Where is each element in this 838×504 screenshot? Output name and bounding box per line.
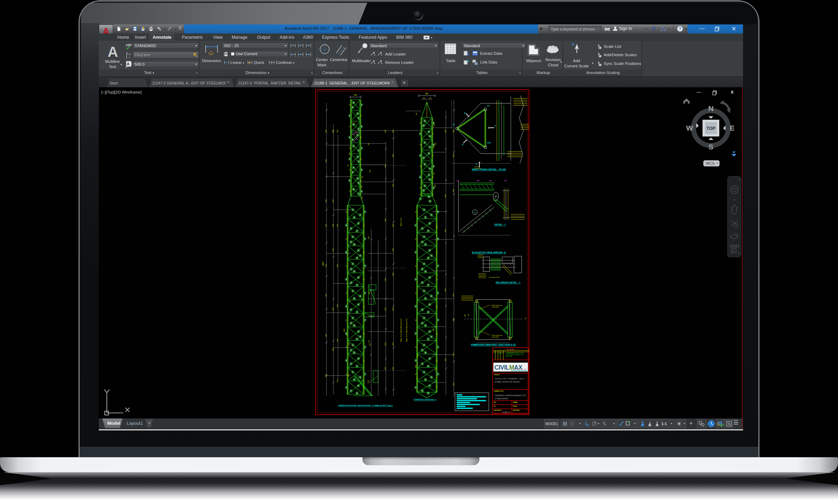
svg-text:38: 38 [415,347,417,348]
svg-text:3960: 3960 [367,380,369,383]
svg-text:2000: 2000 [325,334,327,337]
svg-text:2000: 2000 [337,339,338,342]
svg-text:2000: 2000 [337,304,338,307]
svg-text:+: + [572,42,574,47]
svg-text:HS: HS [494,406,495,407]
svg-text:Width. To 5S: Width. To 5S [400,218,402,226]
svg-text:38: 38 [432,177,434,178]
svg-text:300: 300 [361,176,363,178]
svg-text:2000: 2000 [453,294,454,297]
svg-text:150: 150 [524,317,526,320]
svg-text:A1: A1 [474,212,476,214]
svg-text:2000: 2000 [392,307,394,311]
svg-text:2000: 2000 [325,199,327,203]
svg-text:NO: NO [494,353,496,354]
svg-text:38: 38 [363,252,365,253]
svg-text:38: 38 [436,333,438,334]
svg-text:300: 300 [361,298,363,301]
svg-text:38: 38 [420,194,421,195]
svg-text:CHECKED BY: CHECKED BY [494,410,502,411]
svg-text:EMBEDDED BRACKET (SECTION X-X): EMBEDDED BRACKET (SECTION X-X) [471,343,516,346]
svg-text:38: 38 [363,279,365,280]
svg-text:2000: 2000 [444,129,446,133]
svg-text:500: 500 [464,314,466,317]
svg-text:2000: 2000 [325,224,327,227]
svg-text:CIVILMAX: CIVILMAX [494,364,522,371]
svg-text:2000: 2000 [348,342,350,346]
svg-text:38: 38 [363,306,365,307]
svg-text:3960: 3960 [436,226,438,229]
svg-text:38: 38 [432,133,434,135]
svg-text:38: 38 [363,225,365,226]
svg-text:38: 38 [363,360,365,362]
svg-text:38: 38 [436,225,438,226]
svg-text:A: A [128,52,131,56]
svg-text:38: 38 [360,180,362,181]
svg-text:2000: 2000 [453,353,454,356]
svg-text:38: 38 [415,373,417,375]
svg-text:300: 300 [433,172,435,175]
svg-text:2000: 2000 [332,307,334,311]
svg-text:C2X: C2X [487,142,491,144]
svg-text:170: 170 [423,97,425,99]
svg-text:2000: 2000 [444,229,446,232]
svg-text:?: ? [679,27,681,31]
svg-text:38: 38 [432,155,434,156]
svg-text:38: 38 [346,292,347,294]
svg-text:2000: 2000 [368,236,369,239]
svg-text:D: D [464,112,465,114]
svg-text:APPROVAL.: APPROVAL. [506,356,513,357]
svg-text:TOP: TOP [706,126,715,131]
svg-text:2000: 2000 [325,374,327,377]
svg-text:ENGINEERS KNOWLEDGE BASE: ENGINEERS KNOWLEDGE BASE [513,369,527,370]
svg-text:900: 900 [354,94,357,96]
svg-text:2000: 2000 [444,358,446,362]
svg-text:2000: 2000 [325,159,327,163]
svg-text:2000: 2000 [392,184,394,187]
svg-text:2000: 2000 [384,164,386,168]
svg-text:600: 600 [435,142,436,145]
svg-text:38: 38 [415,211,417,213]
svg-text:APPROVED: APPROVED [513,410,520,411]
svg-text:2000: 2000 [332,248,334,252]
svg-text:38: 38 [349,191,351,192]
svg-text:2000: 2000 [444,194,446,198]
svg-text:38: 38 [346,265,347,267]
svg-text:300: 300 [416,112,417,115]
svg-text:ABC: ABC [126,43,132,47]
svg-text:TOWER ELEVATION -C: TOWER ELEVATION -C [413,399,436,401]
svg-text:2000: 2000 [337,264,338,267]
svg-text:N: N [708,104,713,112]
svg-text:170: 170 [429,97,432,99]
svg-text:BY: BY [501,353,503,354]
svg-text:38: 38 [360,115,362,117]
svg-text:38: 38 [360,158,362,160]
svg-text:2000: 2000 [337,224,338,227]
svg-text:✕: ✕ [738,178,741,181]
svg-text:ENLARGED DETAIL - 1: ENLARGED DETAIL - 1 [496,281,521,284]
svg-text:TOWER ELEVATION -B(ELEVATION -: TOWER ELEVATION -B(ELEVATION - D SIMILAR… [338,405,393,407]
svg-text:C: C [495,125,497,127]
svg-text:REVISIONS: REVISIONS [507,349,514,350]
svg-text:38: 38 [420,123,421,124]
svg-text:SCALE: SCALE [513,406,517,407]
svg-text:2000: 2000 [453,129,454,133]
svg-text:2000: 2000 [453,189,454,192]
svg-text:38: 38 [349,148,351,149]
svg-text:2000: 2000 [368,291,370,295]
svg-text:38: 38 [420,166,421,167]
svg-text:2000: 2000 [453,154,454,157]
svg-text:A: A [128,56,131,59]
svg-text:REVISED AND REISSUED FOR: REVISED AND REISSUED FOR [506,354,524,356]
svg-text:C2: C2 [487,105,490,107]
svg-text:2000: 2000 [332,224,334,227]
svg-text:A: A [127,62,130,66]
svg-text:600: 600 [349,300,351,302]
svg-text:4 bolts M20: 4 bolts M20 [492,306,499,308]
svg-text:2000: 2000 [337,129,338,133]
svg-text:2000: 2000 [332,129,334,133]
svg-text:38: 38 [349,104,351,106]
svg-text:38: 38 [363,333,365,334]
svg-text:300: 300 [433,124,435,126]
svg-text:5845: 5845 [343,328,345,332]
